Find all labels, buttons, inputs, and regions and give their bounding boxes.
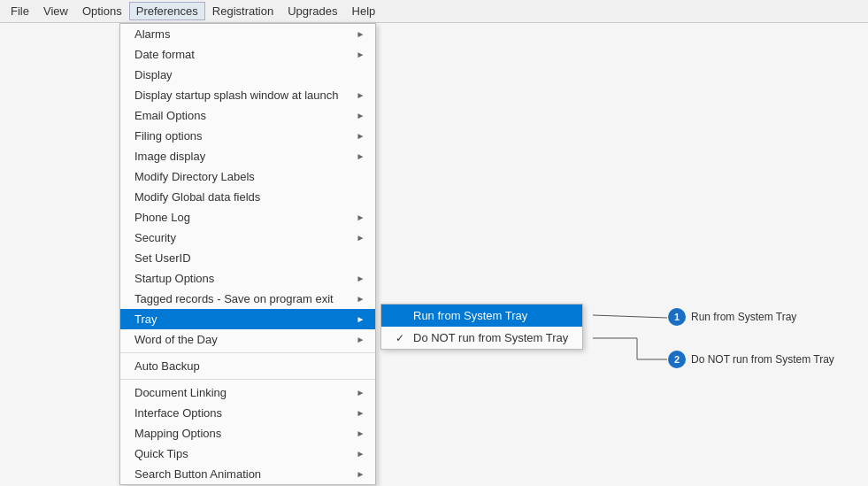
submenu-item-not-run-tray[interactable]: ✓ Do NOT run from System Tray (381, 327, 582, 349)
submenu-arrow: ► (357, 111, 365, 120)
menu-item-interface[interactable]: Interface Options ► (120, 403, 375, 423)
menu-preferences[interactable]: Preferences (129, 2, 205, 20)
menu-item-word-of-day[interactable]: Word of the Day ► (120, 329, 375, 350)
callout-2: 2 Do NOT run from System Tray (668, 351, 834, 368)
menu-file[interactable]: File (4, 2, 36, 20)
submenu-arrow: ► (357, 335, 365, 344)
menu-item-filing[interactable]: Filing options ► (120, 126, 375, 146)
submenu-arrow: ► (357, 131, 365, 141)
menu-item-autobackup[interactable]: Auto Backup (120, 356, 375, 376)
menu-item-email[interactable]: Email Options ► (120, 105, 375, 126)
menu-item-userid[interactable]: Set UserID (120, 248, 375, 268)
submenu-arrow: ► (357, 233, 365, 243)
submenu-arrow: ► (357, 314, 365, 324)
menu-item-startup[interactable]: Startup Options ► (120, 268, 375, 289)
menu-item-doc-linking[interactable]: Document Linking ► (120, 382, 375, 403)
menu-item-splash[interactable]: Display startup splash window at launch … (120, 85, 375, 105)
submenu-arrow: ► (357, 50, 365, 59)
menu-item-tagged[interactable]: Tagged records - Save on program exit ► (120, 289, 375, 309)
callout-1: 1 Run from System Tray (668, 308, 796, 326)
menu-bar: File View Options Preferences Registrati… (0, 0, 868, 23)
menu-view[interactable]: View (36, 2, 75, 20)
submenu-arrow: ► (357, 212, 365, 222)
submenu-arrow: ► (357, 449, 365, 459)
menu-item-image[interactable]: Image display ► (120, 146, 375, 166)
callout-label-2: Do NOT run from System Tray (691, 353, 834, 366)
main-area: Alarms ► Date format ► Display Display s… (0, 23, 868, 486)
callout-circle-1: 1 (668, 308, 686, 326)
menu-item-quick-tips[interactable]: Quick Tips ► (120, 444, 375, 464)
callout-label-1: Run from System Tray (691, 311, 796, 323)
separator-1 (120, 352, 375, 353)
tray-submenu: Run from System Tray ✓ Do NOT run from S… (380, 304, 583, 350)
submenu-arrow: ► (357, 151, 365, 161)
callout-circle-2: 2 (668, 351, 686, 368)
submenu-arrow: ► (357, 274, 365, 283)
menu-item-modify-global[interactable]: Modify Global data fields (120, 187, 375, 207)
submenu-arrow: ► (357, 29, 365, 39)
menu-item-tray[interactable]: Tray ► (120, 309, 375, 329)
menu-item-date-format[interactable]: Date format ► (120, 44, 375, 65)
menu-options[interactable]: Options (75, 2, 129, 20)
menu-item-modify-dir[interactable]: Modify Directory Labels (120, 166, 375, 187)
submenu-arrow: ► (357, 388, 365, 397)
menu-help[interactable]: Help (345, 2, 383, 20)
submenu-arrow: ► (357, 90, 365, 100)
menu-item-display[interactable]: Display (120, 65, 375, 85)
checkmark-run (396, 310, 410, 322)
svg-line-0 (593, 315, 667, 318)
submenu-arrow: ► (357, 469, 365, 479)
separator-2 (120, 379, 375, 380)
submenu-arrow: ► (357, 408, 365, 418)
submenu-arrow: ► (357, 294, 365, 304)
menu-item-mapping[interactable]: Mapping Options ► (120, 423, 375, 444)
submenu-item-run-tray[interactable]: Run from System Tray (381, 305, 582, 327)
preferences-dropdown: Alarms ► Date format ► Display Display s… (119, 23, 376, 485)
menu-registration[interactable]: Registration (205, 2, 280, 20)
menu-item-search-anim[interactable]: Search Button Animation ► (120, 464, 375, 484)
menu-upgrades[interactable]: Upgrades (280, 2, 344, 20)
menu-item-alarms[interactable]: Alarms ► (120, 24, 375, 44)
checkmark-not-run: ✓ (396, 332, 410, 344)
menu-item-phone-log[interactable]: Phone Log ► (120, 207, 375, 228)
submenu-arrow: ► (357, 428, 365, 438)
menu-item-security[interactable]: Security ► (120, 228, 375, 248)
